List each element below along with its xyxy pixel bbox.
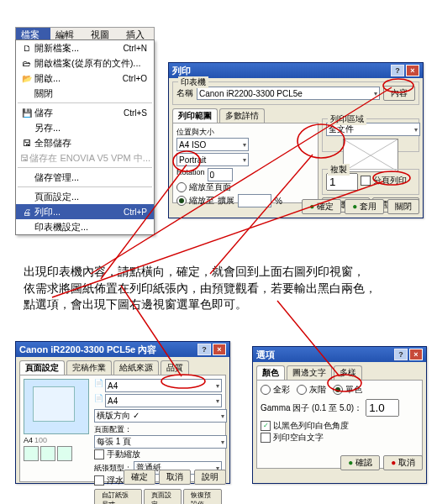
thumb-icon[interactable] [57, 446, 72, 461]
gamma-field[interactable] [366, 399, 399, 417]
hollow-checkbox[interactable]: 列印空白文字 [261, 432, 324, 444]
tab-edge[interactable]: 圖邊文字 [287, 365, 332, 380]
close-button[interactable]: 關閉 [387, 199, 419, 214]
help-button[interactable]: 說明 [194, 470, 226, 485]
options-dialog: 選項 ? × 顏色 圖邊文字 多樣 全彩 灰階 單色 Gamma 因子 (0.1… [252, 346, 427, 484]
invert-checkbox[interactable]: ✓以黑色列印白色角度 [261, 420, 349, 432]
output-size-select[interactable]: A4▾ [105, 394, 222, 407]
menu-item-label: 開新檔案... [34, 42, 123, 55]
page-preview [343, 139, 398, 172]
cancel-button[interactable]: 取消 [159, 470, 191, 485]
ok-button[interactable]: ● 確定 [302, 199, 341, 214]
vpm-icon: 🖫 [19, 154, 29, 163]
menu-item-new[interactable]: 🗋 開新檔案... Ctrl+N [16, 40, 154, 55]
restore-button[interactable]: 恢復預設值 [183, 489, 222, 504]
label-scale: 100 [34, 436, 47, 444]
menu-item-open[interactable]: 📂 開啟... Ctrl+O [16, 71, 154, 86]
menu-item-save-all[interactable]: 🖫 全部儲存 [16, 135, 154, 150]
close-button[interactable]: × [213, 344, 226, 355]
menu-item-save[interactable]: 💾 儲存 Ctrl+S [16, 105, 154, 120]
menu-item-print[interactable]: 🖨 列印... Ctrl+P [16, 204, 154, 219]
menu-item-label: 儲存 [34, 107, 124, 119]
open-icon: 📂 [19, 74, 34, 83]
pages-per-sheet-select[interactable]: 每張 1 頁▾ [94, 435, 227, 449]
chevron-down-icon: ▾ [374, 90, 377, 97]
instruction-line: 點選項，會出現下圖右邊視窗選單色即可。 [24, 297, 427, 313]
menu-shortcut: Ctrl+N [123, 44, 150, 53]
dialog-title: Canon iR2200-3300 PCL5e 內容 [19, 344, 196, 356]
close-button[interactable]: × [406, 65, 419, 76]
cancel-button[interactable]: ● 取消 [383, 455, 423, 470]
orient-select[interactable]: Portrait▾ [176, 153, 249, 166]
manual-scale-checkbox[interactable]: 手動縮放 [94, 449, 140, 460]
menu-separator [18, 102, 152, 103]
dialog-title: 選項 [256, 349, 392, 361]
apply-button[interactable]: ● 套用 [345, 199, 384, 214]
close-button[interactable]: × [409, 349, 423, 360]
tab-color[interactable]: 顏色 [256, 365, 285, 380]
menu-item-label: 關閉 [34, 87, 150, 100]
menu-item-label: 儲存管理... [34, 171, 150, 184]
tab-range[interactable]: 列印範圍 [172, 108, 218, 123]
help-button[interactable]: ? [394, 349, 408, 360]
extend-field[interactable] [238, 194, 271, 207]
menu-shortcut: Ctrl+P [124, 207, 150, 217]
help-button[interactable]: ? [197, 344, 211, 355]
menu-separator [18, 167, 152, 168]
label-gamma: Gamma 因子 (0.1 至 5.0)： [261, 402, 362, 414]
menu-item-save-vpm: 🖫 儲存在 ENOVIA V5 VPM 中... [16, 150, 154, 165]
menu-item-label: 開啟檔案(從原有的文件)... [34, 57, 150, 70]
paper-select[interactable]: A4 ISO▾ [176, 138, 249, 151]
tab-page-setup[interactable]: 頁面設定 [19, 360, 65, 375]
label-pos-size: 位置與大小 [176, 127, 314, 138]
instruction-line: 出現印表機內容，請點橫向，確定，就會回到上面右圖列印視窗， [24, 264, 427, 281]
menu-item-printer-setup[interactable]: 印表機設定... [16, 219, 154, 234]
copies-field[interactable] [326, 173, 358, 191]
properties-button[interactable]: 內容 [383, 86, 415, 101]
save-icon: 💾 [19, 108, 34, 118]
help-button[interactable]: ? [391, 65, 404, 76]
radio-grayscale[interactable]: 灰階 [297, 384, 326, 396]
menu-shortcut: Ctrl+O [123, 74, 150, 83]
menu-item-label: 列印... [34, 206, 124, 218]
label-rotation: Rotation [176, 168, 205, 181]
thumb-icon[interactable] [24, 446, 39, 461]
tab-paper-src[interactable]: 給紙來源 [113, 360, 159, 375]
layout-select[interactable]: 橫版方向 ✓▾ [94, 409, 227, 423]
ok-button[interactable]: ● 確認 [340, 455, 380, 470]
tab-quality[interactable]: 品質 [161, 360, 189, 375]
paper-size-select[interactable]: A4▾ [105, 379, 222, 392]
printer-properties-dialog: Canon iR2200-3300 PCL5e 內容 ? × 頁面設定 完稿作業… [15, 341, 230, 484]
radio-fit-page[interactable]: 縮放至頁面 [176, 181, 231, 193]
menu-item-save-as[interactable]: 另存... [16, 120, 154, 135]
custom-paper-button[interactable]: 自訂紙張尺寸... [94, 489, 142, 504]
menu-item-close[interactable]: 關閉 [16, 86, 154, 101]
menu-item-label: 全部儲存 [34, 137, 150, 150]
radio-mono[interactable]: 單色 [333, 384, 362, 396]
collate-checkbox[interactable]: 分頁列印 [361, 175, 407, 186]
tab-params[interactable]: 多數詳情 [219, 108, 265, 123]
tab-misc[interactable]: 多樣 [334, 365, 362, 380]
radio-fit-to[interactable]: 縮放至 [176, 195, 214, 207]
menu-item-label: 印表機設定... [34, 221, 150, 234]
menu-item-open-from[interactable]: 🗁 開啟檔案(從原有的文件)... [16, 55, 154, 71]
thumb-icon[interactable] [40, 446, 55, 461]
page-options-button[interactable]: 頁面設定... [144, 489, 182, 504]
printer-select[interactable]: Canon iR2200-3300 PCL5e ▾ [197, 87, 380, 100]
tab-finish[interactable]: 完稿作業 [66, 360, 112, 375]
label-name: 名稱 [176, 87, 193, 99]
menu-item-page-setup[interactable]: 頁面設定... [16, 189, 154, 204]
menu-shortcut: Ctrl+S [124, 108, 150, 118]
menu-item-save-mgmt[interactable]: 儲存管理... [16, 170, 154, 185]
ok-button[interactable]: 確定 [124, 470, 155, 485]
rotation-field[interactable] [208, 168, 233, 181]
save-all-icon: 🖫 [19, 139, 34, 148]
instruction-text: 出現印表機內容，請點橫向，確定，就會回到上面右圖列印視窗， 依需求將圖紙佈置在列… [24, 264, 427, 313]
label-percent: % [275, 197, 282, 206]
dialog-title: 列印 [172, 65, 389, 77]
radio-fullcolor[interactable]: 全彩 [261, 384, 290, 396]
group-title-area: 列印區域 [328, 113, 366, 125]
group-title-copies: 複製 [328, 164, 350, 176]
file-dropdown: 🗋 開新檔案... Ctrl+N 🗁 開啟檔案(從原有的文件)... 📂 開啟.… [15, 39, 155, 235]
new-icon: 🗋 [19, 44, 34, 53]
